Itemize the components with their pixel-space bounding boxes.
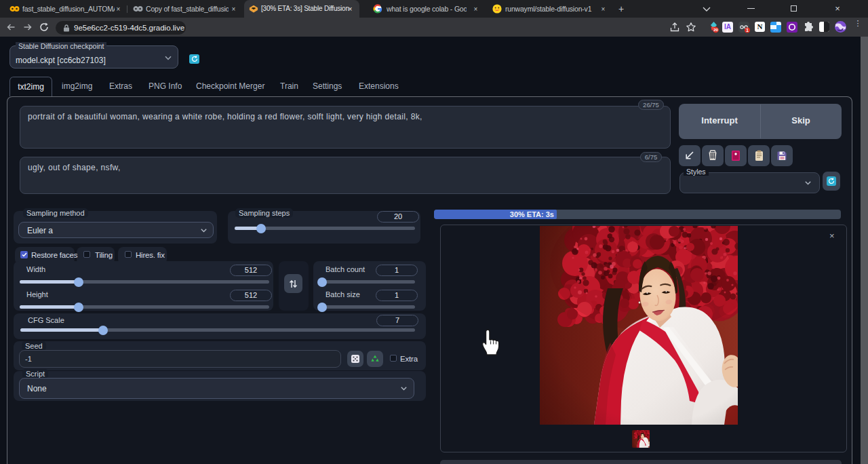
svg-text:1: 1 <box>746 28 749 33</box>
svg-text:20: 20 <box>713 28 718 32</box>
